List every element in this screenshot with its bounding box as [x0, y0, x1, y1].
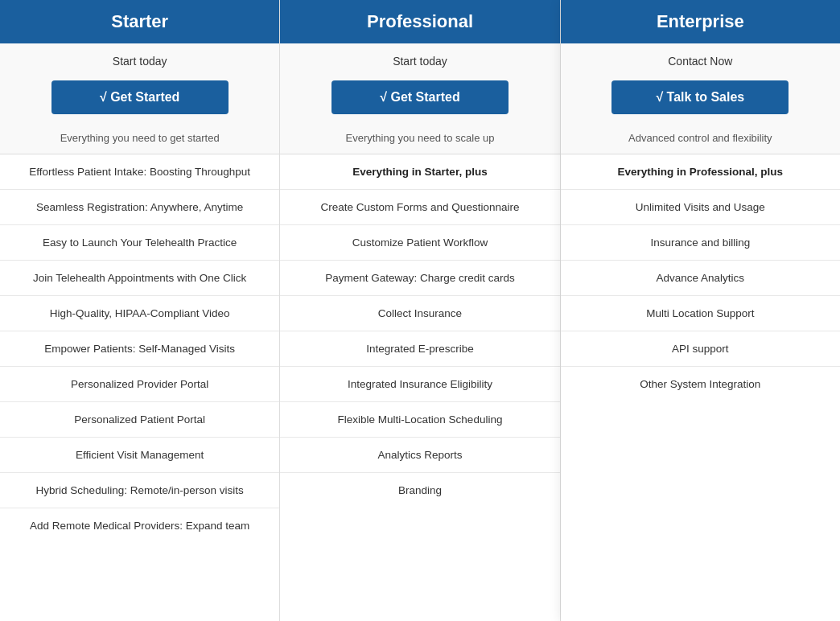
feature-row: Advance Analytics: [561, 261, 840, 296]
feature-row: Create Custom Forms and Questionnaire: [280, 190, 559, 225]
feature-row: Easy to Launch Your Telehealth Practice: [0, 225, 279, 261]
feature-row: Collect Insurance: [280, 296, 559, 331]
feature-row: Flexible Multi-Location Scheduling: [280, 402, 559, 438]
feature-row: Integrated Insurance Eligibility: [280, 367, 559, 402]
subheader-professional: Start today: [280, 43, 559, 74]
feature-row: Join Telehealth Appointments with One Cl…: [0, 261, 279, 296]
cta-button-starter[interactable]: √ Get Started: [51, 80, 229, 114]
feature-row: Insurance and billing: [561, 225, 840, 261]
btn-wrap-professional: √ Get Started: [280, 74, 559, 125]
subheader-starter: Start today: [0, 43, 279, 74]
feature-row: Analytics Reports: [280, 438, 559, 473]
feature-row: Personalized Provider Portal: [0, 367, 279, 402]
feature-row: Other System Integration: [561, 367, 840, 401]
header-starter: Starter: [0, 0, 279, 43]
header-professional: Professional: [280, 0, 559, 43]
column-enterprise: EnterpriseContact Now√ Talk to SalesAdva…: [561, 0, 840, 621]
feature-row: API support: [561, 331, 840, 367]
feature-row: Integrated E-prescribe: [280, 331, 559, 367]
btn-wrap-starter: √ Get Started: [0, 74, 279, 125]
subheader-enterprise: Contact Now: [561, 43, 840, 74]
desc-professional: Everything you need to scale up: [280, 125, 559, 154]
feature-row: Seamless Registration: Anywhere, Anytime: [0, 190, 279, 225]
column-starter: StarterStart today√ Get StartedEverythin…: [0, 0, 280, 621]
feature-row: Everything in Professional, plus: [561, 154, 840, 190]
btn-wrap-enterprise: √ Talk to Sales: [561, 74, 840, 125]
cta-button-professional[interactable]: √ Get Started: [331, 80, 509, 114]
feature-row: Add Remote Medical Providers: Expand tea…: [0, 508, 279, 543]
feature-row: Empower Patients: Self-Managed Visits: [0, 331, 279, 367]
header-enterprise: Enterprise: [561, 0, 840, 43]
desc-enterprise: Advanced control and flexibility: [561, 125, 840, 154]
feature-row: Efficient Visit Management: [0, 438, 279, 473]
feature-row: Unlimited Visits and Usage: [561, 190, 840, 225]
feature-row: Everything in Starter, plus: [280, 154, 559, 190]
feature-row: Customize Patient Workflow: [280, 225, 559, 261]
cta-button-enterprise[interactable]: √ Talk to Sales: [611, 80, 789, 114]
feature-row: Payment Gateway: Charge credit cards: [280, 261, 559, 296]
pricing-table: StarterStart today√ Get StartedEverythin…: [0, 0, 840, 621]
desc-starter: Everything you need to get started: [0, 125, 279, 154]
column-professional: ProfessionalStart today√ Get StartedEver…: [280, 0, 560, 621]
feature-row: Hybrid Scheduling: Remote/in-person visi…: [0, 473, 279, 508]
feature-row: High-Quality, HIPAA-Compliant Video: [0, 296, 279, 331]
feature-row: Multi Location Support: [561, 296, 840, 331]
feature-row: Branding: [280, 473, 559, 508]
feature-row: Effortless Patient Intake: Boosting Thro…: [0, 154, 279, 190]
feature-row: Personalized Patient Portal: [0, 402, 279, 438]
